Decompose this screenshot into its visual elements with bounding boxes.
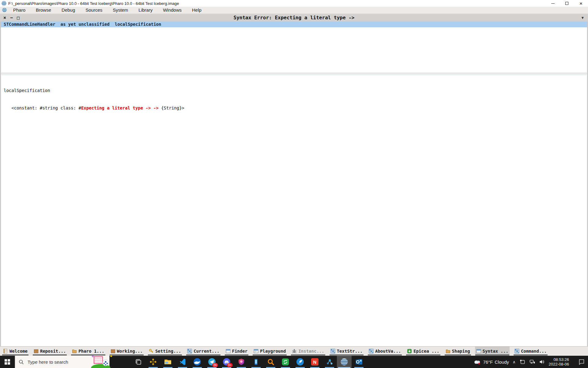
screen: F:\_personal\Pharo\images\Pharo 10.0 - 6… (0, 0, 588, 368)
task-playground[interactable]: Playground (252, 347, 287, 356)
task-textstream[interactable]: TextStr... (329, 347, 364, 356)
taskbar-outlook-button[interactable] (352, 356, 366, 368)
weather-cloud-icon (473, 358, 481, 366)
selected-method-row[interactable]: STCommandLineHandler as yet unclassified… (1, 21, 587, 27)
method-list-pane[interactable]: STCommandLineHandler as yet unclassified… (1, 21, 587, 73)
task-shaping[interactable]: Shaping (444, 347, 471, 356)
search-icon (19, 359, 24, 365)
start-button[interactable] (0, 356, 15, 368)
method-name: localSpecification (115, 21, 161, 27)
taskbar-pharo-button[interactable] (337, 356, 352, 368)
sync-icon (281, 358, 289, 366)
clock-date: 2022-08-06 (549, 362, 569, 366)
menu-sources[interactable]: Sources (80, 7, 107, 13)
table-icon (369, 349, 374, 354)
menu-debug[interactable]: Debug (56, 7, 80, 13)
menu-library[interactable]: Library (133, 7, 158, 13)
tray-chevron-up-icon[interactable]: ∧ (513, 360, 516, 364)
file-explorer-icon (164, 358, 172, 366)
pharo-icon (340, 358, 348, 366)
taskbar-pdf-button[interactable]: N (307, 356, 322, 368)
system-tray: 76°F Cloudy ∧ 08:53:26 2022-08-06 (473, 357, 588, 366)
table-icon (330, 349, 335, 354)
window-titlebar[interactable]: F:\_personal\Pharo\images\Pharo 10.0 - 6… (0, 0, 588, 7)
taskbar-rocket-button[interactable] (293, 356, 307, 368)
task-command[interactable]: Command... (513, 347, 548, 356)
controller-icon (149, 358, 157, 366)
weather-widget[interactable]: 76°F Cloudy (473, 358, 509, 366)
tray-network-icon[interactable] (529, 359, 535, 365)
search-input[interactable] (27, 359, 89, 365)
telegram-badge: 86 (212, 363, 218, 367)
tray-snip-icon[interactable] (519, 359, 526, 365)
task-current[interactable]: Current... (186, 347, 221, 356)
task-epicea[interactable]: Epicea ... (406, 347, 440, 356)
keys-icon (149, 349, 154, 354)
taskbar-blue-globe-button[interactable] (190, 356, 205, 368)
bug-icon (292, 349, 297, 354)
taskbar-file-explorer-button[interactable] (160, 356, 175, 368)
taskbar-search[interactable] (15, 356, 110, 368)
menu-system[interactable]: System (107, 7, 133, 13)
taskbar-telegram-button[interactable]: 86 (205, 356, 219, 368)
window-icon (476, 349, 481, 354)
package-icon (34, 349, 39, 354)
notification-center-icon[interactable] (578, 358, 585, 365)
taskbar-your-phone-button[interactable] (249, 356, 263, 368)
protocol-name: as yet unclassified (61, 21, 110, 27)
pharo-menubar: Pharo Browse Debug Sources System Librar… (0, 7, 588, 13)
window-collapse-icon[interactable]: − (10, 15, 13, 21)
task-working[interactable]: Working... (109, 347, 144, 356)
task-repository[interactable]: Reposit... (32, 347, 67, 356)
restore-button[interactable] (560, 0, 574, 7)
menu-windows[interactable]: Windows (158, 7, 187, 13)
code-line-1: localSpecification (4, 88, 587, 94)
menu-help[interactable]: Help (187, 7, 207, 13)
error-window-body: STCommandLineHandler as yet unclassified… (0, 21, 588, 346)
window-title: F:\_personal\Pharo\images\Pharo 10.0 - 6… (8, 1, 546, 6)
taskbar-controller-button[interactable] (146, 356, 160, 368)
task-view-button[interactable] (131, 356, 146, 368)
molecule-icon (326, 358, 333, 366)
taskbar-shield-button[interactable] (234, 356, 249, 368)
taskbar-clock[interactable]: 08:53:26 2022-08-06 (549, 357, 569, 366)
taskbar-discord-button[interactable]: 9+ (219, 356, 234, 368)
vscode-icon (179, 358, 186, 366)
task-welcome[interactable]: Welcome (2, 347, 29, 356)
task-finder[interactable]: Finder (224, 347, 249, 356)
window-icon (226, 349, 231, 354)
pharo-taskbar: Welcome Reposit... Pharo 1... Working...… (0, 346, 588, 356)
taskbar-vscode-button[interactable] (175, 356, 190, 368)
menu-pharo[interactable]: Pharo (8, 7, 31, 13)
window-expand-icon[interactable]: □ (17, 15, 20, 21)
menu-browse[interactable]: Browse (31, 7, 56, 13)
minimize-button[interactable] (546, 0, 560, 7)
tray-volume-icon[interactable] (539, 359, 545, 365)
taskbar-app-icons: 86 9+ N (131, 356, 366, 368)
discord-badge: 9+ (227, 363, 233, 367)
error-window-title: Syntax Error: Expecting a literal type -… (0, 15, 588, 21)
taskbar-sync-button[interactable] (278, 356, 293, 368)
pharo-app-icon (2, 1, 6, 6)
error-window-titlebar[interactable]: × − □ Syntax Error: Expecting a literal … (0, 13, 588, 21)
task-settings[interactable]: Setting... (148, 347, 182, 356)
code-editor[interactable]: localSpecification <constant: #string cl… (1, 75, 587, 346)
pdf-icon: N (311, 358, 318, 366)
task-instance[interactable]: Instanc... (291, 347, 325, 356)
weather-temp: 76°F (483, 359, 493, 365)
pharo-menu-icon (2, 8, 7, 12)
epicea-icon (407, 349, 412, 354)
close-button[interactable]: × (574, 0, 588, 7)
task-pharo-folder[interactable]: Pharo 1... (71, 347, 105, 356)
rocket-icon (296, 358, 304, 366)
task-syntax-error[interactable]: Syntax ... (475, 347, 510, 356)
window-close-icon[interactable]: × (3, 15, 6, 21)
windows-logo-icon (5, 359, 10, 365)
folder-icon (446, 349, 450, 354)
taskbar-molecule-button[interactable] (322, 356, 337, 368)
task-aboutvalue[interactable]: AboutVa... (368, 347, 402, 356)
orange-magnifier-icon (267, 358, 274, 366)
taskbar-search-tool-button[interactable] (263, 356, 278, 368)
windows-taskbar: 86 9+ N (0, 356, 588, 368)
window-menu-icon[interactable]: ▼ (582, 16, 584, 20)
